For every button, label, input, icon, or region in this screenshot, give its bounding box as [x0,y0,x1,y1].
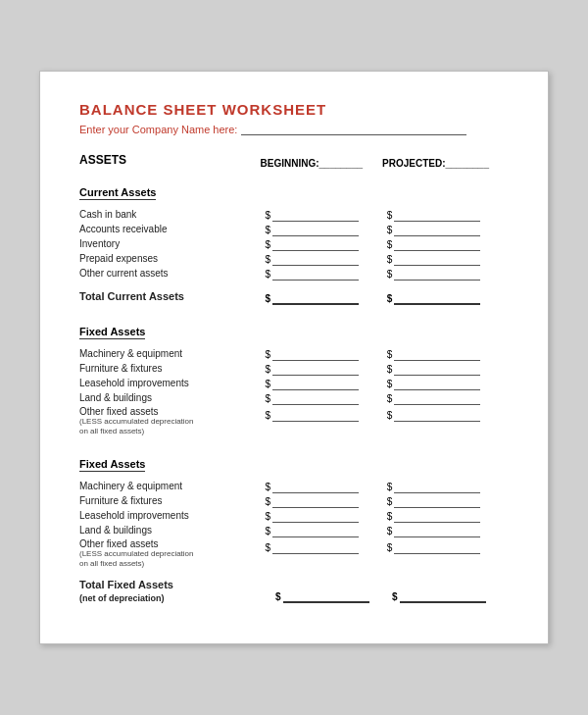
land-1-projected[interactable]: $ [387,391,489,405]
accounts-receivable-beginning[interactable]: $ [266,223,368,236]
furniture-2-projected[interactable]: $ [387,494,489,508]
company-prompt: Enter your Company Name here: [79,124,237,135]
beginning-header: BEGINNING:________ [261,158,364,169]
document-title: BALANCE SHEET WORKSHEET [79,101,509,118]
assets-label: ASSETS [79,153,261,167]
company-underline[interactable] [241,124,466,135]
leasehold-1-projected[interactable]: $ [387,377,489,390]
total-fixed-sublabel: (net of depreciation) [79,593,275,603]
machinery-2-beginning[interactable]: $ [266,480,368,493]
furniture-1-beginning[interactable]: $ [266,362,368,376]
table-row: Leasehold improvements $ $ [79,377,509,390]
table-row: Machinery & equipment $ $ [79,347,509,361]
company-name-line: Enter your Company Name here: [79,124,509,135]
other-fixed-1-projected[interactable]: $ [387,408,489,422]
total-current-beginning[interactable]: $ [266,291,368,305]
table-row: Other fixed assets (LESS accumulated dep… [79,406,509,437]
assets-section-label: ASSETS [79,153,261,169]
table-row: Furniture & fixtures $ $ [79,362,509,376]
inventory-beginning[interactable]: $ [266,237,368,251]
machinery-2-projected[interactable]: $ [387,480,489,493]
prepaid-projected[interactable]: $ [387,252,489,266]
total-current-assets-row: Total Current Assets $ $ [79,289,509,304]
table-row: Machinery & equipment $ $ [79,480,509,493]
table-row: Inventory $ $ [79,237,509,251]
furniture-1-projected[interactable]: $ [387,362,489,376]
table-row: Leasehold improvements $ $ [79,509,509,523]
total-fixed-projected[interactable]: $ [392,589,489,603]
section-fixed-assets-2: Fixed Assets Machinery & equipment $ $ F… [79,446,509,603]
total-fixed-assets-row: Total Fixed Assets (net of depreciation)… [79,578,509,602]
section-current-assets: Current Assets Cash in bank $ $ Accounts… [79,175,509,304]
other-current-projected[interactable]: $ [387,267,489,281]
leasehold-2-beginning[interactable]: $ [266,509,368,523]
cash-bank-projected[interactable]: $ [387,208,489,222]
other-fixed-1-beginning[interactable]: $ [266,408,368,422]
land-2-beginning[interactable]: $ [266,524,368,537]
table-row: Other fixed assets (LESS accumulated dep… [79,538,509,570]
table-row: Other current assets $ $ [79,267,509,281]
leasehold-2-projected[interactable]: $ [387,509,489,523]
leasehold-1-beginning[interactable]: $ [266,377,368,390]
section-fixed-assets-1: Fixed Assets Machinery & equipment $ $ F… [79,314,509,437]
machinery-1-beginning[interactable]: $ [266,347,368,361]
machinery-1-projected[interactable]: $ [387,347,489,361]
land-1-beginning[interactable]: $ [266,391,368,405]
accounts-receivable-projected[interactable]: $ [387,223,489,236]
inventory-projected[interactable]: $ [387,237,489,251]
land-2-projected[interactable]: $ [387,524,489,537]
total-fixed-beginning[interactable]: $ [275,589,372,603]
document: BALANCE SHEET WORKSHEET Enter your Compa… [39,71,549,643]
table-row: Land & buildings $ $ [79,391,509,405]
fixed-assets-1-header: Fixed Assets [79,326,145,339]
fixed-assets-2-header: Fixed Assets [79,458,145,472]
current-assets-header: Current Assets [79,186,156,200]
table-row: Cash in bank $ $ [79,208,509,222]
table-row: Prepaid expenses $ $ [79,252,509,266]
other-current-beginning[interactable]: $ [266,267,368,281]
table-row: Land & buildings $ $ [79,524,509,537]
cash-bank-beginning[interactable]: $ [266,208,368,222]
furniture-2-beginning[interactable]: $ [266,494,368,508]
prepaid-beginning[interactable]: $ [266,252,368,266]
other-fixed-2-beginning[interactable]: $ [266,540,368,554]
table-row: Furniture & fixtures $ $ [79,494,509,508]
table-row: Accounts receivable $ $ [79,223,509,236]
projected-header: PROJECTED:________ [382,158,489,169]
total-current-projected[interactable]: $ [387,291,489,305]
other-fixed-2-projected[interactable]: $ [387,540,489,554]
